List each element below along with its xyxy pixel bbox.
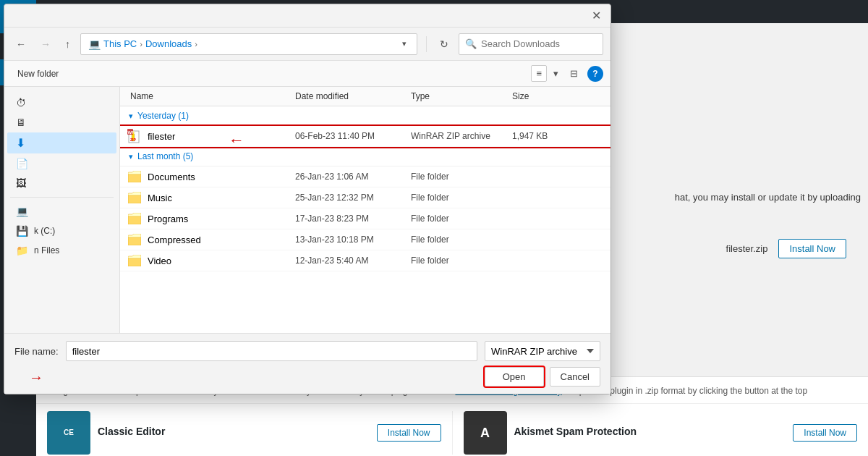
filename-row: File name: WinRAR ZIP archive: [14, 341, 600, 361]
filester-filename: filester: [148, 131, 175, 142]
classic-editor-icon: CE: [47, 411, 90, 455]
up-button[interactable]: ↑: [61, 35, 75, 53]
programs-folder-name: Programs: [148, 214, 188, 224]
breadcrumb-icon: 💻: [88, 38, 101, 50]
video-folder-name: Video: [148, 256, 171, 266]
table-row[interactable]: Music 25-Jan-23 12:32 PM File folder: [120, 187, 610, 208]
search-box: 🔍: [459, 33, 603, 55]
view-buttons: ≡ ▾ ⊟: [531, 65, 583, 82]
extra-column-header: [574, 90, 603, 103]
filename-input[interactable]: [66, 341, 477, 361]
last-month-expand-button[interactable]: ▾: [127, 152, 135, 161]
classic-editor-install-button[interactable]: Install Now: [377, 424, 441, 442]
new-folder-button[interactable]: New folder: [12, 67, 64, 81]
nav-desktop[interactable]: 🖥: [7, 113, 116, 132]
search-icon: 🔍: [465, 38, 477, 49]
nav-documents[interactable]: 📄: [7, 154, 116, 173]
name-column-header[interactable]: Name: [127, 90, 292, 103]
akismet-name: Akismet Spam Protection: [514, 426, 793, 437]
dialog-toolbar: New folder ≡ ▾ ⊟ ?: [4, 61, 610, 87]
type-column-header[interactable]: Type: [408, 90, 509, 103]
folder-icon: [127, 232, 142, 247]
table-row[interactable]: Video 12-Jan-23 5:40 AM File folder: [120, 250, 610, 271]
dialog-titlebar: ✕: [4, 4, 610, 28]
dialog-body: ⏱ 🖥 ⬇ 📄 🖼 💻 💾 k (C:) 📁: [4, 87, 610, 333]
addr-separator: [426, 36, 427, 52]
yesterday-expand-button[interactable]: ▾: [127, 111, 135, 121]
search-input[interactable]: [481, 38, 597, 49]
action-row: → Open Cancel: [14, 367, 600, 387]
zip-file-icon: ZIP WR: [127, 129, 142, 143]
drive-c-label: k (C:): [34, 226, 55, 236]
columns-view-button[interactable]: ⊟: [565, 65, 583, 82]
drive-c-icon: 💾: [16, 225, 28, 237]
view-dropdown-button[interactable]: ▾: [548, 65, 563, 82]
akismet-card: A Akismet Spam Protection Install Now: [464, 411, 858, 455]
svg-text:ZIP: ZIP: [130, 138, 136, 142]
breadcrumb-downloads: Downloads: [145, 38, 192, 49]
list-view-button[interactable]: ≡: [531, 65, 547, 82]
documents-type: File folder: [408, 172, 509, 182]
column-headers: Name Date modified Type Size: [120, 87, 610, 106]
pictures-icon: 🖼: [16, 177, 26, 189]
forward-button[interactable]: →: [36, 35, 55, 53]
filetype-select[interactable]: WinRAR ZIP archive: [485, 341, 600, 361]
file-open-dialog: ✕ ← → ↑ 💻 This PC › Downloads › ▾ ↻ 🔍 Ne…: [4, 4, 611, 394]
network-label: n Files: [34, 245, 59, 256]
refresh-button[interactable]: ↻: [435, 35, 453, 53]
akismet-icon: A: [464, 411, 507, 455]
filename-label: File name:: [14, 346, 59, 357]
open-button-arrow: →: [29, 368, 43, 385]
compressed-folder-name: Compressed: [148, 235, 201, 245]
nav-divider: [10, 197, 114, 198]
filester-install-section: filester.zip Install Now: [726, 239, 846, 258]
dialog-nav: ⏱ 🖥 ⬇ 📄 🖼 💻 💾 k (C:) 📁: [4, 87, 120, 333]
yesterday-group: ▾ Yesterday (1): [120, 106, 610, 126]
filester-zip-label: filester.zip: [726, 243, 768, 254]
cancel-button[interactable]: Cancel: [550, 367, 600, 387]
breadcrumb-dropdown-button[interactable]: ▾: [399, 38, 409, 50]
plugin-cards: CE Classic Editor Install Now A Akismet …: [36, 404, 868, 456]
plugin-divider: [452, 411, 453, 455]
nav-downloads[interactable]: ⬇: [7, 132, 116, 153]
file-list: Name Date modified Type Size ▾ Yesterday…: [120, 87, 610, 333]
yesterday-label: Yesterday (1): [137, 111, 189, 121]
table-row[interactable]: Documents 26-Jan-23 1:06 AM File folder: [120, 166, 610, 187]
classic-editor-card: CE Classic Editor Install Now: [47, 411, 441, 455]
thispc-icon: 💻: [16, 206, 28, 217]
documents-nav-icon: 📄: [16, 158, 28, 169]
size-column-header[interactable]: Size: [509, 90, 574, 103]
breadcrumb-thispc: This PC: [103, 38, 137, 49]
nav-thispc[interactable]: 💻: [7, 202, 116, 221]
filester-date: 06-Feb-23 11:40 PM: [292, 131, 408, 141]
akismet-install-button[interactable]: Install Now: [793, 424, 857, 442]
video-date: 12-Jan-23 5:40 AM: [292, 256, 408, 266]
nav-drive-c[interactable]: 💾 k (C:): [7, 221, 116, 240]
install-now-filester-button[interactable]: Install Now: [778, 239, 846, 258]
desktop-icon: 🖥: [16, 117, 26, 128]
last-month-label: Last month (5): [137, 151, 193, 161]
open-button[interactable]: Open: [485, 367, 544, 387]
dialog-close-button[interactable]: ✕: [587, 7, 605, 25]
dialog-addressbar: ← → ↑ 💻 This PC › Downloads › ▾ ↻ 🔍: [4, 28, 610, 61]
table-row[interactable]: ZIP WR filester 06-Feb-23 11:40 PM WinRA…: [120, 126, 610, 147]
dialog-footer: File name: WinRAR ZIP archive → Open Can…: [4, 333, 610, 394]
date-column-header[interactable]: Date modified: [292, 90, 408, 103]
table-row[interactable]: Compressed 13-Jan-23 10:18 PM File folde…: [120, 229, 610, 250]
downloads-icon: ⬇: [16, 136, 25, 150]
table-row[interactable]: Programs 17-Jan-23 8:23 PM File folder: [120, 208, 610, 229]
upload-info-text: hat, you may install or update it by upl…: [675, 192, 861, 203]
svg-text:WR: WR: [128, 130, 136, 135]
folder-icon: [127, 169, 142, 184]
red-arrow-filester: ←: [229, 131, 244, 150]
nav-recent[interactable]: ⏱: [7, 93, 116, 112]
nav-pictures[interactable]: 🖼: [7, 174, 116, 193]
programs-type: File folder: [408, 214, 509, 224]
music-type: File folder: [408, 193, 509, 203]
classic-editor-name: Classic Editor: [98, 426, 377, 437]
nav-network-files[interactable]: 📁 n Files: [7, 241, 116, 260]
filester-size: 1,947 KB: [509, 131, 574, 141]
compressed-type: File folder: [408, 235, 509, 245]
help-button[interactable]: ?: [587, 66, 603, 82]
back-button[interactable]: ←: [12, 35, 30, 53]
